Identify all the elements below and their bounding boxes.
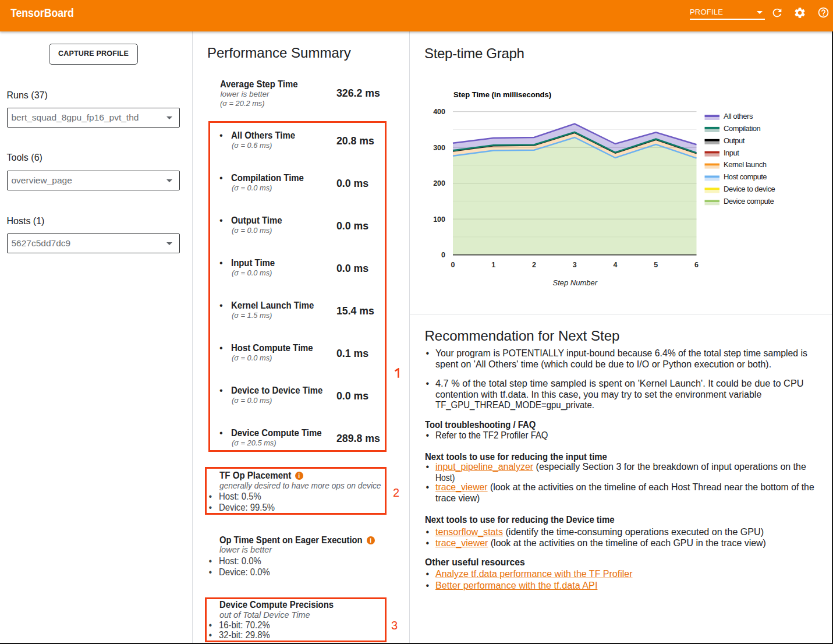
svg-text:Kernel launch: Kernel launch bbox=[724, 160, 767, 169]
svg-text:400: 400 bbox=[433, 108, 445, 116]
svg-text:3: 3 bbox=[573, 261, 577, 269]
svg-text:All others: All others bbox=[724, 112, 753, 121]
svg-text:1: 1 bbox=[491, 261, 495, 269]
svg-text:Device to device: Device to device bbox=[724, 185, 775, 193]
svg-text:4: 4 bbox=[614, 261, 618, 269]
svg-text:6: 6 bbox=[694, 261, 699, 269]
svg-text:Input: Input bbox=[724, 148, 739, 157]
svg-text:Host compute: Host compute bbox=[724, 172, 767, 181]
svg-text:100: 100 bbox=[433, 215, 445, 224]
svg-text:2: 2 bbox=[532, 261, 536, 269]
svg-text:5: 5 bbox=[654, 261, 658, 269]
svg-text:Device compute: Device compute bbox=[724, 197, 774, 206]
svg-text:Output: Output bbox=[724, 136, 745, 145]
svg-text:Step Time (in milliseconds): Step Time (in milliseconds) bbox=[453, 90, 551, 99]
svg-text:Step Number: Step Number bbox=[553, 278, 598, 287]
svg-text:200: 200 bbox=[433, 179, 445, 187]
svg-text:0: 0 bbox=[441, 251, 445, 259]
svg-text:Compilation: Compilation bbox=[724, 124, 761, 133]
svg-text:0: 0 bbox=[451, 261, 455, 269]
svg-text:300: 300 bbox=[433, 144, 445, 152]
